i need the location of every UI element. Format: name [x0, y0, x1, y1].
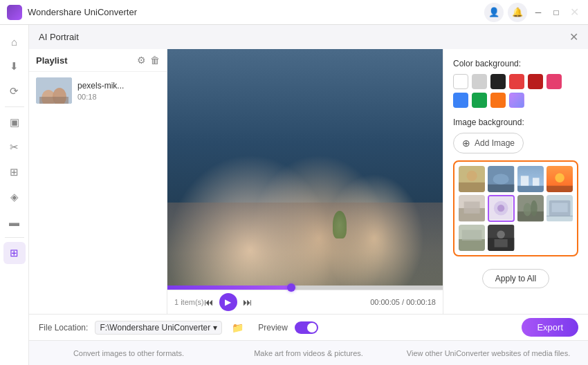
swatch-dark-red[interactable]: [528, 74, 543, 89]
svg-rect-32: [459, 239, 485, 251]
list-item[interactable]: pexels-mik... 00:18: [29, 72, 167, 109]
swatch-white[interactable]: [453, 74, 468, 89]
notif-item-3: View other UniConverter websites of medi…: [398, 349, 578, 357]
maximize-button[interactable]: □: [549, 6, 563, 19]
image-thumb-8[interactable]: [546, 195, 573, 221]
toggle-knob: [307, 323, 317, 333]
timeline-progress: [167, 286, 291, 290]
svg-rect-29: [551, 203, 567, 212]
file-location-label: File Location:: [39, 323, 88, 333]
time-display: 00:00:05 / 00:00:18: [252, 298, 436, 306]
playlist-delete-icon[interactable]: 🗑: [150, 55, 160, 66]
inner-content: Playlist ⚙ 🗑: [29, 49, 588, 314]
image-thumb-1[interactable]: [459, 166, 485, 192]
playlist-settings-icon[interactable]: ⚙: [137, 55, 146, 66]
svg-point-22: [497, 205, 504, 212]
sidebar-item-merge[interactable]: ⊞: [3, 161, 26, 183]
image-grid: [459, 166, 573, 251]
swatch-black[interactable]: [490, 74, 506, 89]
playlist-header: Playlist ⚙ 🗑: [29, 49, 167, 72]
sidebar-item-subtitle[interactable]: ▬: [3, 211, 26, 233]
svg-point-9: [493, 174, 509, 184]
playlist-item-name: pexels-mik...: [77, 81, 160, 91]
swatch-purple-gradient[interactable]: [509, 93, 524, 108]
image-thumb-10[interactable]: [488, 225, 514, 251]
image-thumb-5[interactable]: [459, 195, 485, 221]
image-thumb-7[interactable]: [517, 195, 544, 221]
svg-rect-5: [459, 182, 485, 192]
titlebar-controls: 👤 🔔 ─ □ ✕: [484, 3, 581, 22]
add-image-button[interactable]: ⊕ Add Image: [453, 133, 524, 153]
swatch-green[interactable]: [472, 93, 487, 108]
image-thumb-6-selected[interactable]: [488, 195, 514, 221]
image-bg-section: Image background: ⊕ Add Image: [453, 118, 578, 256]
svg-point-26: [531, 200, 538, 216]
sidebar-divider-2: [5, 237, 24, 238]
prev-button[interactable]: ⏮: [204, 297, 214, 308]
app-logo: [7, 5, 22, 20]
image-bg-label: Image background:: [453, 118, 578, 127]
playlist-thumb-image: [36, 77, 72, 104]
open-folder-button[interactable]: 📁: [229, 319, 246, 336]
app-title: Wondershare UniConverter: [28, 7, 484, 17]
add-icon: ⊕: [462, 138, 470, 149]
playlist-thumbnail: [36, 77, 72, 104]
bell-icon[interactable]: 🔔: [508, 3, 527, 22]
apply-all-button[interactable]: Apply to All: [482, 269, 549, 288]
timeline-bar[interactable]: [167, 286, 443, 290]
sidebar-item-convert[interactable]: ⟳: [3, 80, 26, 102]
panel-title: AI Portrait: [39, 32, 79, 42]
image-thumb-4[interactable]: [546, 166, 573, 192]
swatch-orange[interactable]: [490, 93, 506, 108]
swatch-pink-red[interactable]: [546, 74, 562, 89]
sidebar-item-cut[interactable]: ✂: [3, 136, 26, 158]
swatch-light-gray[interactable]: [472, 74, 487, 89]
user-icon[interactable]: 👤: [484, 3, 504, 22]
swatch-blue[interactable]: [453, 93, 468, 108]
color-swatches: [453, 74, 578, 108]
close-panel-button[interactable]: ✕: [569, 30, 578, 44]
sidebar-item-toolbox[interactable]: ⊞: [3, 242, 26, 264]
svg-rect-19: [464, 202, 480, 214]
image-thumb-9[interactable]: [459, 225, 485, 251]
sidebar-item-download[interactable]: ⬇: [3, 55, 26, 77]
svg-rect-33: [462, 230, 482, 240]
playlist-item-duration: 00:18: [77, 93, 160, 101]
playlist-video-area: Playlist ⚙ 🗑: [29, 49, 443, 314]
main-layout: ⌂ ⬇ ⟳ ▣ ✂ ⊞ ◈ ▬ ⊞ AI Portrait ✕ Playlist: [0, 25, 588, 365]
next-button[interactable]: ⏭: [243, 297, 252, 308]
svg-rect-16: [546, 186, 573, 193]
svg-rect-11: [517, 186, 544, 193]
close-button[interactable]: ✕: [567, 6, 581, 19]
export-button[interactable]: Export: [522, 318, 578, 337]
panel-header: AI Portrait ✕: [29, 25, 588, 49]
file-path-value: F:\Wondershare UniConverter: [100, 323, 210, 333]
notification-bar: Convert images to other formats. Make ar…: [29, 340, 588, 365]
sidebar-item-home[interactable]: ⌂: [3, 30, 26, 53]
color-bg-section: Color background:: [453, 59, 578, 108]
sidebar-item-watermark[interactable]: ◈: [3, 186, 26, 208]
playlist-area: Playlist ⚙ 🗑: [29, 49, 167, 314]
svg-rect-3: [39, 97, 68, 104]
notif-item-1: Convert images to other formats.: [39, 349, 219, 357]
sidebar-item-compress[interactable]: ▣: [3, 111, 26, 133]
playback-controls: ⏮ ▶ ⏭: [204, 293, 252, 311]
image-thumb-2[interactable]: [488, 166, 514, 192]
minimize-button[interactable]: ─: [531, 6, 545, 19]
swatch-red[interactable]: [509, 74, 524, 89]
video-frame: [167, 49, 443, 286]
color-bg-label: Color background:: [453, 59, 578, 68]
image-thumb-3[interactable]: [517, 166, 544, 192]
image-grid-container: [453, 160, 578, 256]
sidebar-divider-1: [5, 106, 24, 107]
playlist-title: Playlist: [36, 55, 68, 66]
preview-toggle[interactable]: [295, 321, 318, 334]
bottom-bar: File Location: F:\Wondershare UniConvert…: [29, 314, 588, 340]
video-preview: [167, 49, 443, 286]
play-button[interactable]: ▶: [219, 293, 237, 311]
svg-rect-13: [532, 178, 539, 185]
playlist-header-icons: ⚙ 🗑: [137, 55, 160, 66]
file-path-selector[interactable]: F:\Wondershare UniConverter ▾: [95, 321, 222, 335]
timeline-thumb[interactable]: [287, 283, 295, 292]
svg-rect-8: [488, 185, 514, 192]
